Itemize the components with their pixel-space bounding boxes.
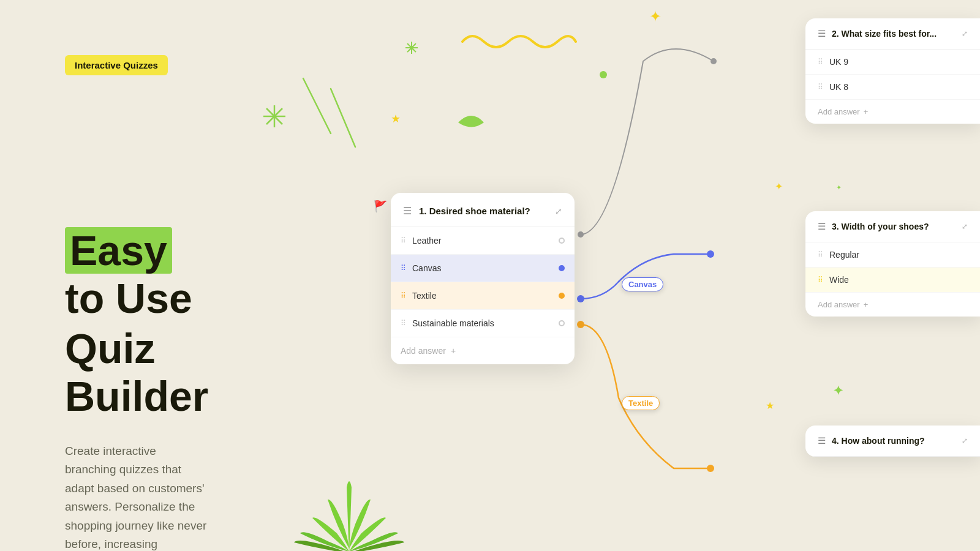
connector-dot-canvas — [559, 265, 565, 271]
svg-line-4 — [266, 108, 282, 124]
answer-text-leather: Leather — [412, 236, 441, 246]
card-q3: ☰ 3. Width of your shoes? ⤢ ⠿ Regular ⠿ … — [805, 211, 980, 317]
answer-row-leather[interactable]: ⠿ Leather — [391, 227, 575, 255]
quiz-card-header: ☰ 1. Desired shoe material? ⤢ — [391, 193, 575, 227]
card-q2-expand[interactable]: ⤢ — [962, 29, 968, 38]
answer-text-uk8: UK 8 — [829, 82, 848, 92]
card-q3-expand[interactable]: ⤢ — [962, 222, 968, 231]
card-q2-add-icon: + — [864, 107, 869, 116]
svg-point-13 — [600, 71, 607, 78]
svg-line-12 — [331, 89, 355, 147]
heading-line1: Easy to Use — [65, 227, 208, 322]
svg-line-3 — [266, 108, 282, 124]
card-q2-header: ☰ 2. What size fits best for... ⤢ — [805, 18, 980, 50]
card-q2-answer-uk9[interactable]: ⠿ UK 9 — [805, 50, 980, 75]
connector-dot-sustainable — [559, 320, 565, 326]
svg-text:★: ★ — [391, 113, 401, 125]
drag-dots-leather: ⠿ — [401, 237, 406, 244]
description-text: Create interactive branching quizzes tha… — [65, 442, 208, 551]
card-q4-list-icon: ☰ — [818, 435, 826, 446]
drag-dots-regular: ⠿ — [818, 250, 823, 259]
quiz-card-main: ☰ 1. Desired shoe material? ⤢ ⠿ Leather … — [391, 193, 575, 364]
card-q3-list-icon: ☰ — [818, 221, 826, 232]
svg-point-19 — [710, 58, 717, 64]
svg-point-9 — [410, 46, 413, 50]
card-q4-expand[interactable]: ⤢ — [962, 437, 968, 445]
card-q3-answer-wide[interactable]: ⠿ Wide — [805, 268, 980, 293]
svg-text:✦: ✦ — [775, 181, 783, 192]
svg-text:✦: ✦ — [833, 384, 843, 397]
drag-dots-sustainable: ⠿ — [401, 320, 406, 327]
svg-text:★: ★ — [766, 400, 774, 411]
answer-text-regular: Regular — [829, 250, 859, 260]
drag-dots-wide: ⠿ — [818, 276, 823, 284]
card-q4-header: ☰ 4. How about running? ⤢ — [805, 425, 980, 457]
svg-line-11 — [303, 78, 331, 133]
answer-row-sustainable[interactable]: ⠿ Sustainable materials — [391, 310, 575, 337]
card-q2-list-icon: ☰ — [818, 28, 826, 39]
card-q2-add-answer[interactable]: Add answer + — [805, 100, 980, 124]
drag-dots-uk9: ⠿ — [818, 58, 823, 66]
answer-text-textile: Textile — [412, 291, 437, 301]
card-q3-add-icon: + — [864, 300, 869, 309]
drag-dots-canvas: ⠿ — [401, 264, 406, 272]
svg-text:✦: ✦ — [649, 8, 662, 24]
card-q2-title: 2. What size fits best for... — [832, 29, 937, 39]
card-q4: ☰ 4. How about running? ⤢ — [805, 425, 980, 457]
list-icon: ☰ — [403, 205, 412, 217]
card-q2: ☰ 2. What size fits best for... ⤢ ⠿ UK 9… — [805, 18, 980, 124]
add-answer-btn[interactable]: Add answer + — [391, 337, 575, 364]
answer-text-canvas: Canvas — [412, 263, 441, 273]
heading-rest: to Use — [65, 275, 192, 321]
card-q2-add-label: Add answer — [818, 107, 860, 116]
plant-decoration — [282, 438, 417, 551]
add-answer-label: Add answer — [401, 346, 446, 356]
quiz-question-title: 1. Desired shoe material? — [419, 206, 530, 216]
badge-label: Interactive Quizzes — [65, 55, 168, 75]
drag-dots-textile: ⠿ — [401, 292, 406, 299]
card-q2-answer-uk8[interactable]: ⠿ UK 8 — [805, 75, 980, 100]
answer-row-textile[interactable]: ⠿ Textile — [391, 282, 575, 310]
svg-point-23 — [707, 465, 714, 472]
connector-dot-leather — [559, 238, 565, 244]
drag-dots-uk8: ⠿ — [818, 83, 823, 91]
flag-icon: 🚩 — [374, 200, 387, 213]
svg-point-18 — [578, 231, 584, 238]
svg-point-20 — [577, 295, 584, 302]
card-q3-title: 3. Width of your shoes? — [832, 222, 929, 231]
card-q3-header: ☰ 3. Width of your shoes? ⤢ — [805, 211, 980, 242]
left-content: Interactive Quizzes Easy to Use Quiz Bui… — [65, 55, 168, 198]
svg-line-7 — [407, 43, 416, 52]
answer-text-uk9: UK 9 — [829, 57, 848, 67]
card-q4-title: 4. How about running? — [832, 436, 925, 446]
heading-easy: Easy — [65, 227, 172, 274]
textile-label: Textile — [622, 396, 660, 410]
svg-text:✦: ✦ — [836, 184, 842, 191]
heading-block: Easy to Use Quiz Builder Create interact… — [65, 227, 208, 551]
card-q3-add-label: Add answer — [818, 300, 860, 309]
answer-row-canvas[interactable]: ⠿ Canvas — [391, 255, 575, 282]
add-icon: + — [451, 346, 456, 356]
expand-icon[interactable]: ⤢ — [555, 206, 562, 216]
svg-point-21 — [707, 250, 714, 258]
card-q3-answer-regular[interactable]: ⠿ Regular — [805, 242, 980, 268]
answer-text-wide: Wide — [829, 275, 849, 285]
svg-line-8 — [407, 43, 416, 52]
card-q3-add-answer[interactable]: Add answer + — [805, 293, 980, 317]
canvas-label: Canvas — [622, 277, 663, 291]
svg-point-22 — [577, 321, 584, 328]
answer-text-sustainable: Sustainable materials — [412, 318, 494, 328]
connector-dot-textile — [559, 293, 565, 299]
heading-line2: Quiz Builder — [65, 324, 208, 420]
